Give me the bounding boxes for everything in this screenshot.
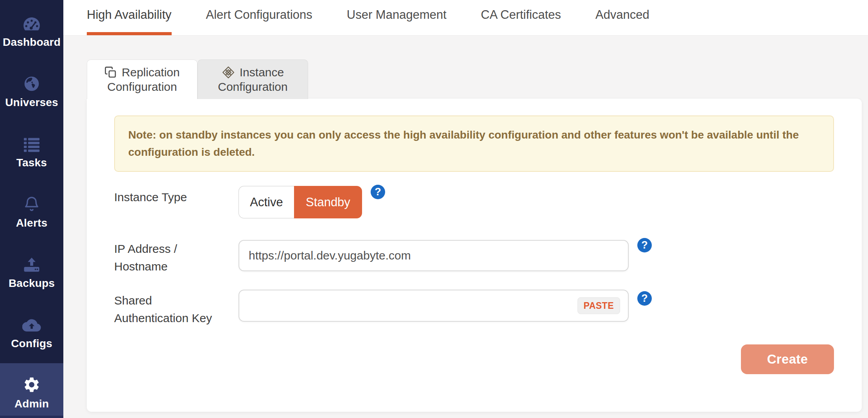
tab-instance-configuration[interactable]: Instance Configuration xyxy=(197,59,308,99)
create-button[interactable]: Create xyxy=(741,344,834,374)
gear-icon xyxy=(23,375,41,394)
sidebar-item-alerts[interactable]: Alerts xyxy=(0,194,63,241)
tab-advanced[interactable]: Advanced xyxy=(595,0,649,35)
ip-address-input[interactable] xyxy=(239,240,629,271)
card-tab-label-line2: Configuration xyxy=(107,80,177,94)
sidebar-item-label: Backups xyxy=(9,277,55,290)
ha-config-card: Note: on standby instances you can only … xyxy=(87,99,862,412)
sidebar-item-tasks[interactable]: Tasks xyxy=(0,134,63,181)
sidebar-item-label: Tasks xyxy=(16,157,47,169)
standby-note-banner: Note: on standby instances you can only … xyxy=(114,115,834,172)
sidebar-item-dashboard[interactable]: Dashboard xyxy=(0,13,63,60)
active-tab-underline xyxy=(87,32,172,35)
shared-auth-key-help-icon[interactable]: ? xyxy=(637,291,652,306)
instance-type-label: Instance Type xyxy=(114,188,187,206)
paste-button[interactable]: PASTE xyxy=(577,297,620,314)
instance-type-toggle: Active Standby xyxy=(239,186,362,218)
tab-label: Advanced xyxy=(595,8,649,22)
app-root: Dashboard Universes xyxy=(0,0,868,418)
tab-high-availability[interactable]: High Availability xyxy=(87,0,172,35)
task-list-icon xyxy=(23,134,40,153)
bell-icon xyxy=(23,194,40,213)
sidebar: Dashboard Universes xyxy=(0,0,63,418)
tab-user-management[interactable]: User Management xyxy=(347,0,447,35)
card-tab-label-line2: Configuration xyxy=(218,80,287,94)
instance-type-standby-button[interactable]: Standby xyxy=(294,186,362,218)
instance-type-help-icon[interactable]: ? xyxy=(371,185,385,199)
instance-type-active-button[interactable]: Active xyxy=(239,186,294,218)
globe-icon xyxy=(23,74,40,92)
gauge-icon xyxy=(22,13,41,32)
tab-label: Alert Configurations xyxy=(206,8,312,22)
tab-label: CA Certificates xyxy=(481,8,561,22)
ip-address-help-icon[interactable]: ? xyxy=(637,238,652,252)
shared-auth-key-field: PASTE xyxy=(239,290,629,322)
sidebar-item-label: Configs xyxy=(11,337,52,350)
sidebar-item-label: Alerts xyxy=(16,217,48,229)
card-tab-label-line1: Instance xyxy=(240,66,284,79)
sidebar-item-label: Dashboard xyxy=(3,36,61,49)
copy-icon xyxy=(104,66,117,79)
sidebar-item-label: Admin xyxy=(14,398,49,410)
card-tab-label-line1: Replication xyxy=(122,66,179,79)
sidebar-item-admin[interactable]: Admin xyxy=(0,375,63,418)
shared-auth-key-label: Shared Authentication Key xyxy=(114,292,212,327)
backup-upload-icon xyxy=(23,254,41,273)
tab-label: High Availability xyxy=(87,8,172,22)
tab-alert-configurations[interactable]: Alert Configurations xyxy=(206,0,312,35)
cloud-upload-icon xyxy=(22,315,41,333)
shared-auth-key-input[interactable] xyxy=(239,290,629,322)
sidebar-item-backups[interactable]: Backups xyxy=(0,254,63,301)
top-tab-bar: High Availability Alert Configurations U… xyxy=(63,0,868,36)
box-icon xyxy=(222,66,235,79)
sidebar-item-label: Universes xyxy=(5,96,58,109)
sidebar-item-configs[interactable]: Configs xyxy=(0,315,63,362)
tab-ca-certificates[interactable]: CA Certificates xyxy=(481,0,561,35)
sidebar-item-universes[interactable]: Universes xyxy=(0,74,63,121)
ip-address-label: IP Address / Hostname xyxy=(114,240,177,275)
tab-replication-configuration[interactable]: Replication Configuration xyxy=(87,59,197,99)
tab-label: User Management xyxy=(347,8,447,22)
